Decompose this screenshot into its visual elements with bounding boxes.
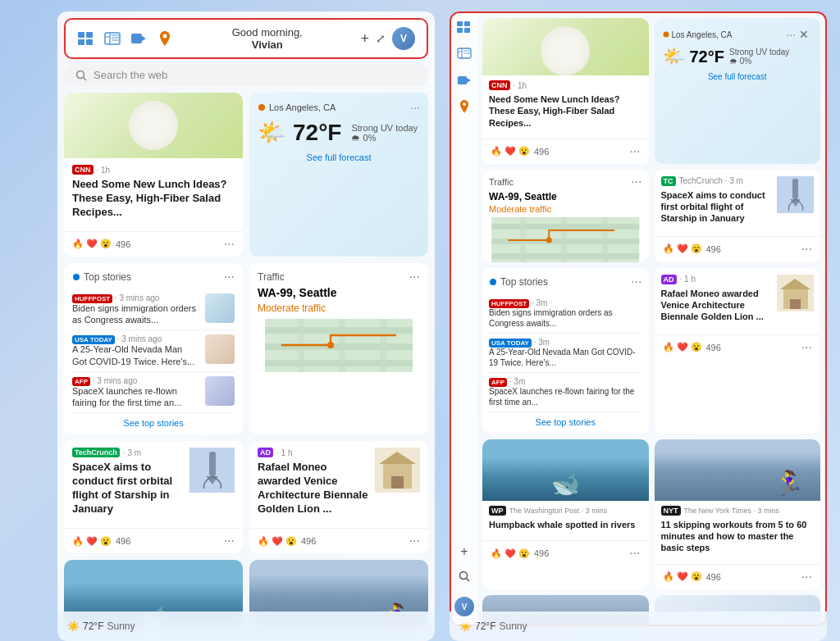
right-traffic-label: Traffic [489, 177, 514, 187]
greeting-text: Good morning, Vivian [232, 26, 303, 51]
stories-header: Top stories ··· [72, 270, 235, 284]
svg-rect-41 [458, 76, 467, 84]
story-item-3[interactable]: AFP · 3 mins ago SpaceX launches re-flow… [72, 372, 235, 414]
architecture-card[interactable]: AD · 1 h Rafael Moneo awarded Venice Arc… [249, 441, 428, 553]
svg-rect-33 [464, 21, 470, 26]
right-panel: + V CNN · 1h Need Some New Lunch Ideas? … [450, 11, 827, 626]
right-story-1[interactable]: HUFFPOST · 3m Biden signs immigration or… [489, 294, 642, 334]
widgets-grid: CNN · 1h Need Some New Lunch Ideas? Thes… [57, 93, 435, 626]
sidebar-search-icon[interactable] [459, 571, 470, 585]
traffic-menu[interactable]: ··· [409, 270, 420, 284]
weather-desc: Strong UV today [351, 123, 418, 133]
right-architecture-menu[interactable]: ··· [801, 340, 812, 355]
user-avatar[interactable]: V [392, 27, 415, 50]
right-weather-close[interactable]: ✕ [796, 26, 812, 43]
traffic-location: WA-99, Seattle [249, 286, 428, 302]
architecture-title: Rafael Moneo awarded Venice Architecture… [258, 461, 368, 516]
svg-marker-42 [467, 78, 471, 83]
spacex-card[interactable]: TechCrunch · 3 m SpaceX aims to conduct … [64, 441, 243, 553]
svg-rect-2 [78, 39, 84, 45]
salad-title: Need Some New Lunch Ideas? These Easy, H… [72, 178, 235, 220]
svg-point-46 [663, 32, 669, 38]
sidebar-location-icon[interactable] [459, 100, 469, 116]
right-weather-card[interactable]: Los Angeles, CA ··· ✕ 🌤️ 72°F Strong UV … [655, 18, 821, 164]
architecture-menu[interactable]: ··· [409, 534, 420, 548]
sidebar-video-icon[interactable] [457, 74, 472, 89]
taskbar-left: ☀️ 72°F Sunny [57, 611, 435, 641]
svg-line-14 [84, 77, 87, 80]
search-bar[interactable]: Search the web [64, 64, 428, 86]
location-icon[interactable] [156, 31, 174, 46]
traffic-map [249, 319, 428, 372]
taskbar-right: ☀️ 72°F Sunny [450, 611, 827, 641]
search-icon [75, 70, 87, 81]
right-salad-title: Need Some New Lunch Ideas? These Easy, H… [489, 93, 642, 129]
add-button[interactable]: + [360, 30, 369, 48]
svg-rect-31 [391, 476, 404, 489]
right-skipping-title: 11 skipping workouts from 5 to 60 minute… [661, 519, 815, 554]
svg-rect-53 [602, 217, 608, 262]
video-icon[interactable] [130, 31, 148, 46]
svg-point-24 [327, 342, 334, 348]
weather-temp: 72°F [293, 120, 341, 146]
right-story-3[interactable]: AFP · 3m SpaceX launches re-flown fairin… [489, 373, 642, 412]
weather-menu[interactable]: ··· [410, 101, 420, 114]
svg-point-13 [77, 70, 84, 78]
stories-title: Top stories [72, 271, 131, 283]
right-salad-menu[interactable]: ··· [629, 144, 640, 159]
svg-marker-11 [142, 36, 146, 41]
architecture-image [375, 448, 420, 493]
news-icon[interactable] [103, 31, 121, 46]
right-whale-menu[interactable]: ··· [629, 546, 640, 561]
traffic-card[interactable]: Traffic ··· WA-99, Seattle Moderate traf… [249, 263, 428, 435]
spacex-menu[interactable]: ··· [224, 534, 235, 548]
svg-rect-26 [209, 452, 216, 476]
right-see-stories[interactable]: See top stories [489, 417, 642, 427]
svg-rect-4 [105, 33, 120, 44]
sidebar-add-icon[interactable]: + [460, 544, 468, 559]
right-traffic-menu[interactable]: ··· [631, 175, 641, 189]
right-stories-menu[interactable]: ··· [631, 275, 641, 289]
svg-rect-1 [86, 32, 93, 38]
right-spacex-card[interactable]: TC TechCrunch · 3 m SpaceX aims to condu… [655, 170, 821, 262]
right-whale-image [482, 439, 649, 501]
right-architecture-title: Rafael Moneo awarded Venice Architecture… [661, 288, 773, 323]
weather-card[interactable]: Los Angeles, CA ··· 🌤️ 72°F Strong UV to… [249, 93, 428, 257]
right-skipping-menu[interactable]: ··· [801, 570, 812, 584]
right-architecture-card[interactable]: AD · 1 h Rafael Moneo awarded Venice Arc… [655, 268, 821, 434]
right-user-avatar[interactable]: V [454, 597, 474, 616]
expand-button[interactable]: ⤢ [376, 32, 386, 45]
svg-rect-10 [131, 34, 142, 43]
sidebar-widgets-icon[interactable] [457, 21, 472, 36]
right-skipping-image [655, 439, 821, 501]
salad-menu[interactable]: ··· [224, 237, 235, 252]
salad-card[interactable]: CNN · 1h Need Some New Lunch Ideas? Thes… [64, 93, 243, 257]
sidebar-news-icon[interactable] [457, 48, 472, 62]
right-weather-location: Los Angeles, CA [663, 30, 733, 39]
right-salad-card[interactable]: CNN · 1h Need Some New Lunch Ideas? Thes… [482, 18, 649, 164]
right-forecast-link[interactable]: See full forecast [663, 72, 813, 81]
right-salad-image [482, 18, 649, 75]
right-stories-card: Top stories ··· HUFFPOST · 3m Biden sign… [482, 268, 649, 434]
right-story-2[interactable]: USA TODAY · 3m A 25-Year-Old Nevada Man … [489, 334, 642, 373]
right-whale-card[interactable]: WP The Washington Post · 3 mins Humpback… [482, 439, 649, 589]
svg-rect-3 [86, 39, 93, 45]
right-traffic-location: WA-99, Seattle [482, 191, 649, 204]
svg-line-45 [467, 579, 470, 582]
stories-menu[interactable]: ··· [224, 270, 235, 284]
right-skipping-card[interactable]: NYT The New York Times · 3 mins 11 skipp… [655, 439, 821, 589]
right-spacex-menu[interactable]: ··· [801, 242, 812, 257]
svg-rect-22 [339, 319, 345, 372]
salad-image [64, 93, 243, 158]
taskbar-weather[interactable]: ☀️ 72°F Sunny [67, 621, 135, 632]
widgets-icon[interactable] [77, 31, 95, 46]
svg-point-58 [490, 279, 496, 285]
right-traffic-card[interactable]: Traffic ··· WA-99, Seattle Moderate traf… [482, 170, 649, 262]
svg-rect-34 [457, 28, 463, 33]
header-icon-group [77, 31, 174, 46]
weather-forecast-link[interactable]: See full forecast [258, 152, 420, 162]
story-item-1[interactable]: HUFFPOST · 3 mins ago Biden signs immigr… [72, 289, 235, 331]
see-top-stories-link[interactable]: See top stories [72, 418, 235, 428]
right-weather-menu[interactable]: ··· [786, 28, 796, 41]
story-item-2[interactable]: USA TODAY · 3 mins ago A 25-Year-Old Nev… [72, 330, 235, 372]
